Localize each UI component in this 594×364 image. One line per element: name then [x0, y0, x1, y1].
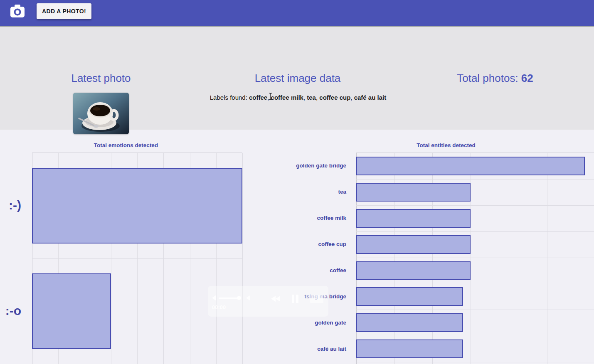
horizontal-gridline: [356, 179, 594, 180]
category-label: coffee milk: [317, 215, 346, 221]
horizontal-gridline: [356, 258, 594, 258]
horizontal-gridline: [32, 258, 242, 259]
category-label: :-): [9, 198, 21, 212]
bar-golden-gate-bridge: [356, 157, 585, 175]
ghost-volume-slider-knob: [237, 296, 241, 300]
bar--o: [32, 273, 111, 349]
bar--: [32, 168, 242, 243]
bar-coffee-milk: [356, 209, 471, 228]
entities-plot-area: [356, 152, 594, 364]
vertical-gridline: [509, 153, 509, 364]
category-label: coffee cup: [318, 241, 346, 247]
image-label: coffee milk: [271, 94, 303, 101]
horizontal-gridline: [356, 336, 594, 336]
image-label: café au lait: [354, 94, 387, 101]
horizontal-gridline: [356, 284, 594, 284]
vertical-gridline: [585, 153, 585, 364]
ghost-blur-patch: [310, 295, 323, 303]
horizontal-gridline: [356, 362, 594, 362]
mouse-cursor-ibeam: [269, 93, 273, 100]
labels-found-text: Labels found: coffee, coffee milk, tea, …: [173, 93, 423, 101]
bar-tea: [356, 183, 471, 202]
latest-image-data-heading: Latest image data: [214, 72, 381, 85]
ghost-pause-icon: [292, 295, 294, 303]
emotions-chart-title: Total emotions detected: [10, 142, 242, 148]
total-photos-label: Total photos:: [457, 72, 521, 84]
horizontal-gridline: [356, 205, 594, 206]
camera-icon: [9, 3, 26, 20]
image-label: coffee cup: [319, 94, 350, 101]
app-header: ADD A PHOTO!: [0, 0, 594, 26]
category-label: tea: [338, 189, 346, 195]
horizontal-gridline: [356, 231, 594, 232]
ghost-speaker-icon: [246, 295, 250, 300]
entities-axis-labels: golden gate bridgeteacoffee milkcoffee c…: [291, 152, 351, 364]
ghost-volume-icon: [212, 295, 216, 300]
vertical-gridline: [547, 153, 547, 364]
emotions-plot-area: [32, 152, 242, 364]
ghost-time-text: 00:00: [212, 304, 226, 310]
latest-photo-heading: Latest photo: [39, 72, 163, 85]
category-label: golden gate bridge: [296, 162, 346, 169]
ghost-rewind-icon: [276, 296, 280, 302]
coffee-cup-photo: [73, 93, 129, 134]
vertical-gridline: [242, 153, 243, 364]
emotions-chart: Total emotions detected :-):-o: [0, 130, 274, 364]
image-label: tea: [307, 94, 316, 101]
total-photos-count: 62: [521, 72, 533, 84]
total-photos-heading: Total photos: 62: [412, 72, 578, 85]
ghost-pause-icon: [296, 295, 298, 303]
add-photo-button[interactable]: ADD A PHOTO!: [37, 3, 91, 19]
bar-golden-gate: [356, 313, 463, 332]
labels-found-prefix: Labels found:: [210, 94, 249, 101]
bar-tsing-ma-bridge: [356, 287, 463, 306]
category-label: café au lait: [317, 346, 346, 352]
ghost-rewind-icon: [271, 296, 276, 302]
entities-chart: Total entities detected golden gate brid…: [291, 130, 594, 364]
bar-coffee-cup: [356, 235, 471, 254]
latest-photo-thumbnail: [73, 93, 129, 134]
bar-caf-au-lait: [356, 339, 463, 358]
ghost-video-controls-overlay: 00:00: [208, 286, 328, 317]
category-label: coffee: [330, 267, 346, 273]
category-label: :-o: [5, 304, 21, 318]
emotions-axis-labels: :-):-o: [0, 152, 27, 364]
vertical-gridline: [471, 153, 471, 364]
horizontal-gridline: [356, 310, 594, 310]
image-label: coffee: [249, 94, 267, 101]
entities-chart-title: Total entities detected: [298, 142, 594, 148]
bar-coffee: [356, 261, 471, 280]
summary-band: Latest photo Latest image data Total pho…: [0, 27, 594, 130]
category-label: golden gate: [315, 320, 346, 326]
